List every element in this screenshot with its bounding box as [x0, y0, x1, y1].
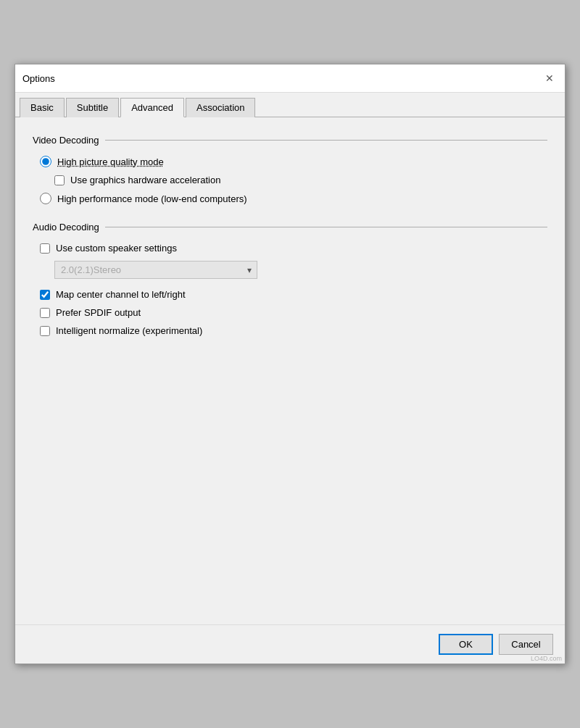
- video-decoding-divider: [105, 140, 547, 141]
- video-decoding-section-header: Video Decoding: [33, 135, 547, 146]
- options-dialog: Options ✕ Basic Subtitle Advanced Associ…: [14, 64, 566, 664]
- high-perf-row: High performance mode (low-end computers…: [40, 193, 547, 204]
- speaker-dropdown-wrapper: 2.0(2.1)Stereo: [54, 261, 257, 279]
- speaker-dropdown-container: 2.0(2.1)Stereo: [54, 261, 547, 279]
- spdif-row: Prefer SPDIF output: [40, 307, 547, 318]
- map-center-row: Map center channel to left/right: [40, 289, 547, 300]
- audio-decoding-section-header: Audio Decoding: [33, 222, 547, 233]
- custom-speaker-checkbox[interactable]: [40, 243, 50, 254]
- dialog-title: Options: [22, 73, 55, 84]
- map-center-checkbox[interactable]: [40, 290, 50, 300]
- high-quality-radio[interactable]: [40, 156, 51, 167]
- tab-basic[interactable]: Basic: [20, 98, 65, 117]
- audio-decoding-divider: [105, 227, 547, 227]
- footer: OK Cancel: [15, 624, 565, 664]
- tab-subtitle[interactable]: Subtitle: [66, 98, 119, 117]
- high-perf-label: High performance mode (low-end computers…: [57, 193, 247, 204]
- graphics-accel-row: Use graphics hardware acceleration: [54, 175, 547, 185]
- tab-association[interactable]: Association: [186, 98, 255, 117]
- high-perf-radio[interactable]: [40, 193, 51, 204]
- graphics-accel-checkbox[interactable]: [54, 175, 65, 185]
- speaker-dropdown[interactable]: 2.0(2.1)Stereo: [54, 261, 257, 279]
- audio-decoding-label: Audio Decoding: [33, 222, 99, 233]
- content-area: Video Decoding High picture quality mode…: [15, 117, 565, 624]
- close-button[interactable]: ✕: [542, 70, 558, 86]
- title-bar: Options ✕: [15, 64, 565, 93]
- spdif-checkbox[interactable]: [40, 308, 50, 318]
- custom-speaker-label: Use custom speaker settings: [56, 243, 177, 254]
- normalize-row: Intelligent normalize (experimental): [40, 325, 547, 336]
- graphics-accel-label: Use graphics hardware acceleration: [70, 175, 220, 185]
- high-quality-row: High picture quality mode: [40, 156, 547, 167]
- tabs-container: Basic Subtitle Advanced Association: [15, 93, 565, 117]
- watermark: LO4D.com: [531, 655, 562, 662]
- tab-advanced[interactable]: Advanced: [120, 98, 184, 117]
- custom-speaker-row: Use custom speaker settings: [40, 243, 547, 254]
- spdif-label: Prefer SPDIF output: [56, 307, 141, 318]
- ok-button[interactable]: OK: [439, 634, 493, 655]
- high-quality-label: High picture quality mode: [57, 156, 164, 167]
- map-center-label: Map center channel to left/right: [56, 289, 186, 300]
- normalize-label: Intelligent normalize (experimental): [56, 325, 202, 336]
- cancel-button[interactable]: Cancel: [499, 634, 553, 655]
- normalize-checkbox[interactable]: [40, 326, 50, 336]
- video-decoding-label: Video Decoding: [33, 135, 99, 146]
